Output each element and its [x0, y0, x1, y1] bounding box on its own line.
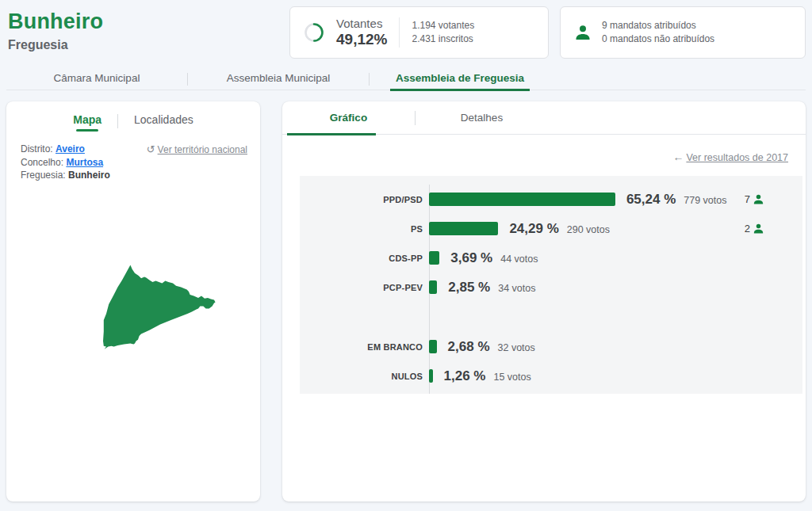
vote-bar [429, 193, 615, 206]
turnout-ring-icon [301, 20, 327, 45]
results-2017-link-label: Ver resultados de 2017 [686, 152, 788, 163]
tab-localidades-label: Localidades [134, 113, 193, 126]
party-label: PPD/PSD [300, 195, 423, 204]
card-divider [399, 17, 400, 48]
person-icon [573, 23, 592, 42]
chart-row: PCP-PEV 2,85 % 34 votos [300, 273, 802, 302]
person-icon [753, 223, 764, 235]
page-header: Bunheiro Freguesia [8, 10, 103, 52]
results-bar-chart: PPD/PSD 65,24 % 779 votos 7 PS 24,29 % 2… [300, 176, 802, 394]
party-label: EM BRANCO [300, 342, 423, 352]
mandates-details: 9 mandatos atribuídos 0 mandatos não atr… [602, 19, 714, 46]
district-label: Distrito: [21, 143, 53, 154]
map-panel-tabs: Mapa Localidades [6, 101, 260, 133]
mandates-cell: 7 [745, 193, 764, 205]
parish-row: Freguesia: Bunheiro [21, 169, 247, 182]
parish-map[interactable] [90, 250, 243, 368]
results-panel: Gráfico Detalhes ←Ver resultados de 2017… [282, 101, 806, 501]
left-arrow-icon: ← [672, 151, 684, 163]
parish-value: Bunheiro [68, 170, 110, 181]
tab-assembleia-municipal[interactable]: Assembleia Municipal [188, 68, 369, 90]
party-label: PS [300, 224, 423, 234]
tab-localidades[interactable]: Localidades [118, 113, 209, 126]
votes-value: 44 votos [500, 254, 538, 265]
votes-value: 34 votos [498, 283, 535, 294]
chart-row-spacer [300, 302, 802, 332]
tab-assembleia-freguesia[interactable]: Assembleia de Freguesia [370, 68, 550, 90]
tab-grafico[interactable]: Gráfico [282, 101, 415, 135]
mandates-count: 7 [745, 193, 750, 205]
chart-row: NULOS 1,26 % 15 votos [300, 361, 802, 391]
voters-count: 1.194 votantes [412, 19, 474, 32]
active-tab-underline [76, 129, 98, 132]
votes-value: 32 votos [498, 342, 535, 353]
results-panel-tabs: Gráfico Detalhes [282, 101, 806, 135]
mandates-cell: 2 [745, 223, 764, 235]
parish-label: Freguesia: [21, 170, 66, 181]
mandates-count: 2 [745, 223, 750, 235]
percent-value: 3,69 % [450, 250, 492, 266]
national-territory-link-label: Ver território nacional [158, 144, 247, 155]
chart-row: PPD/PSD 65,24 % 779 votos 7 [300, 185, 802, 214]
vote-bar [429, 251, 439, 265]
percent-value: 1,26 % [444, 368, 486, 384]
undo-icon: ↺ [147, 143, 155, 155]
votes-value: 779 votos [684, 195, 726, 206]
percent-value: 24,29 % [509, 221, 558, 237]
turnout-details: 1.194 votantes 2.431 inscritos [412, 19, 474, 46]
page-subtitle: Freguesia [8, 38, 103, 52]
vote-bar [429, 340, 437, 353]
percent-value: 2,68 % [448, 339, 490, 355]
chart-row: CDS-PP 3,69 % 44 votos [300, 243, 802, 273]
main-nav-tabs: Câmara Municipal Assembleia Municipal As… [6, 68, 806, 90]
person-icon [753, 193, 764, 205]
results-2017-link[interactable]: ←Ver resultados de 2017 [672, 151, 788, 163]
mandates-unattributed: 0 mandatos não atribuídos [602, 32, 714, 46]
tab-mapa[interactable]: Mapa [57, 113, 117, 132]
chart-row: PS 24,29 % 290 votos 2 [300, 214, 802, 243]
turnout-card: Votantes 49,12% 1.194 votantes 2.431 ins… [289, 6, 549, 59]
tab-camara-municipal[interactable]: Câmara Municipal [6, 68, 187, 90]
page-title: Bunheiro [8, 10, 103, 34]
location-info: Distrito: Aveiro Concelho: Murtosa Fregu… [21, 143, 247, 182]
party-label: PCP-PEV [300, 283, 423, 292]
party-label: CDS-PP [300, 254, 423, 263]
turnout-percent: 49,12% [336, 31, 387, 48]
turnout-summary: Votantes 49,12% [336, 17, 387, 48]
county-label: Concelho: [21, 157, 63, 168]
national-territory-link[interactable]: ↺Ver território nacional [147, 143, 247, 155]
county-row: Concelho: Murtosa [21, 156, 247, 170]
tab-detalhes[interactable]: Detalhes [416, 101, 548, 135]
map-panel: Mapa Localidades Distrito: Aveiro Concel… [6, 101, 260, 501]
vote-bar [429, 369, 433, 383]
vote-bar [429, 222, 498, 235]
votes-value: 290 votos [567, 224, 610, 235]
votes-value: 15 votos [493, 372, 530, 383]
county-link[interactable]: Murtosa [66, 157, 103, 168]
percent-value: 2,85 % [448, 280, 490, 296]
district-link[interactable]: Aveiro [56, 143, 85, 154]
chart-row: EM BRANCO 2,68 % 32 votos [300, 332, 802, 361]
registered-count: 2.431 inscritos [412, 32, 474, 46]
percent-value: 65,24 % [626, 192, 676, 208]
mandates-attributed: 9 mandatos atribuídos [602, 19, 714, 32]
vote-bar [429, 280, 437, 294]
tab-mapa-label: Mapa [73, 113, 102, 126]
mandates-card: 9 mandatos atribuídos 0 mandatos não atr… [560, 6, 806, 59]
turnout-label: Votantes [336, 17, 387, 30]
party-label: NULOS [300, 372, 423, 381]
